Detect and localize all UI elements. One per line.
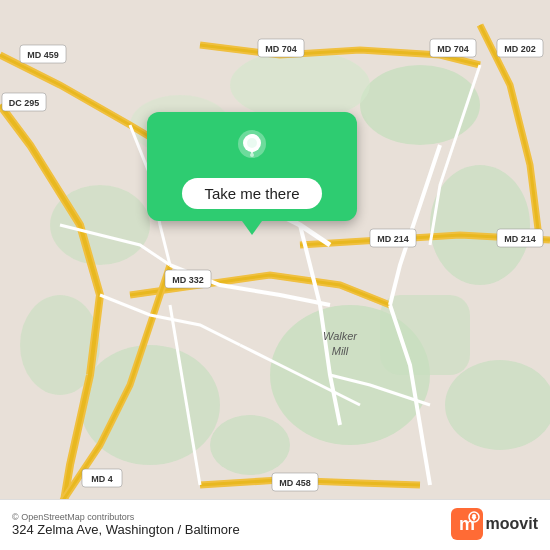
svg-text:MD 214: MD 214 bbox=[504, 234, 536, 244]
address-section: © OpenStreetMap contributors 324 Zelma A… bbox=[12, 512, 240, 537]
svg-text:MD 332: MD 332 bbox=[172, 275, 204, 285]
svg-point-9 bbox=[445, 360, 550, 450]
bottom-bar: © OpenStreetMap contributors 324 Zelma A… bbox=[0, 499, 550, 550]
svg-text:MD 704: MD 704 bbox=[437, 44, 469, 54]
svg-point-36 bbox=[250, 153, 254, 157]
svg-point-10 bbox=[230, 50, 370, 120]
location-pin-icon bbox=[230, 126, 274, 170]
svg-point-6 bbox=[210, 415, 290, 475]
svg-text:DC 295: DC 295 bbox=[9, 98, 40, 108]
svg-text:MD 4: MD 4 bbox=[91, 474, 113, 484]
svg-rect-7 bbox=[380, 295, 470, 375]
svg-text:Walker: Walker bbox=[323, 330, 358, 342]
osm-credit: © OpenStreetMap contributors bbox=[12, 512, 240, 522]
svg-text:MD 458: MD 458 bbox=[279, 478, 311, 488]
svg-text:MD 202: MD 202 bbox=[504, 44, 536, 54]
moovit-logo: m moovit bbox=[451, 508, 538, 540]
moovit-text: moovit bbox=[486, 515, 538, 533]
svg-point-1 bbox=[360, 65, 480, 145]
take-me-there-button[interactable]: Take me there bbox=[182, 178, 321, 209]
svg-point-2 bbox=[430, 165, 530, 285]
svg-text:MD 704: MD 704 bbox=[265, 44, 297, 54]
map-container: MD 459 MD 704 MD 704 MD 202 DC 295 MD 21… bbox=[0, 0, 550, 550]
map-background: MD 459 MD 704 MD 704 MD 202 DC 295 MD 21… bbox=[0, 0, 550, 550]
svg-text:Mill: Mill bbox=[332, 345, 349, 357]
moovit-icon: m bbox=[451, 508, 483, 540]
address-label: 324 Zelma Ave, Washington / Baltimore bbox=[12, 522, 240, 537]
md459-label: MD 459 bbox=[27, 50, 59, 60]
location-popup: Take me there bbox=[147, 112, 357, 221]
svg-text:MD 214: MD 214 bbox=[377, 234, 409, 244]
